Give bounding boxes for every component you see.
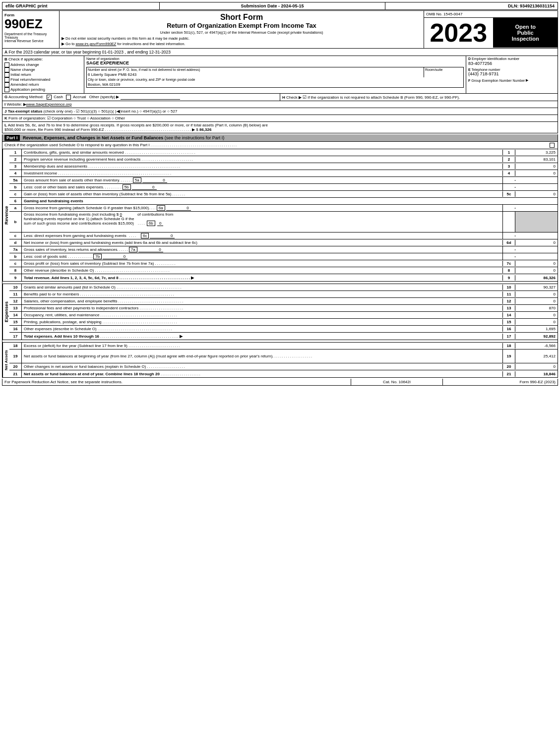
row18-label: Excess or (deficit) for the year (Subtra… bbox=[22, 343, 503, 349]
row21-num: 21 bbox=[9, 370, 22, 377]
row7c-label: Gross profit or (loss) from sales of inv… bbox=[22, 261, 503, 266]
row13-value: 870 bbox=[515, 305, 558, 311]
row14-linenum: 14 bbox=[503, 312, 515, 318]
row17-linenum: 17 bbox=[503, 334, 515, 339]
row18-num: 18 bbox=[9, 343, 22, 349]
application-pending-label: Application pending bbox=[10, 87, 45, 92]
row5b-num: b bbox=[9, 184, 22, 190]
accounting-label: Accounting Method: bbox=[8, 95, 44, 99]
row14-num: 14 bbox=[9, 312, 22, 318]
row6b-num: b bbox=[9, 212, 22, 232]
section-l-text1: Add lines 5b, 6c, and 7b to line 9 to de… bbox=[8, 123, 268, 127]
dln: DLN: 93492136031154 bbox=[385, 2, 558, 10]
omb-number: OMB No. 1545-0047 bbox=[424, 11, 558, 18]
part1-header: Part I bbox=[4, 135, 20, 141]
irs-url[interactable]: www.irs.gov/Form990EZ bbox=[76, 42, 117, 46]
address-value: 6 Liberty Square PMB 6243 bbox=[87, 72, 424, 77]
row5c-label: Gain or (loss) from sale of assets other… bbox=[22, 191, 503, 197]
form-subtitle: Under section 501(c), 527, or 4947(a)(1)… bbox=[62, 30, 422, 35]
form-number: 990EZ bbox=[4, 17, 57, 30]
website-url[interactable]: www.SageExperience.org bbox=[26, 102, 72, 107]
row13-label: Professional fees and other payments to … bbox=[22, 305, 503, 311]
section-l-value: 86,326 bbox=[199, 127, 211, 132]
row15-label: Printing, publications, postage, and shi… bbox=[22, 319, 503, 325]
section-f-label: F Group Exemption Number Number ▶ bbox=[468, 78, 556, 82]
address-label: Number and street (or P. O. box, if mail… bbox=[87, 67, 424, 72]
initial-return-checkbox[interactable]: Initial return bbox=[4, 72, 31, 77]
row9-num: 9 bbox=[9, 274, 22, 281]
row6b-value bbox=[515, 212, 558, 232]
row20-linenum: 20 bbox=[503, 364, 515, 369]
row9-linenum: 9 bbox=[503, 275, 515, 281]
row5b-label: Less: cost or other basis and sales expe… bbox=[22, 184, 503, 190]
row8-num: 8 bbox=[9, 267, 22, 274]
name-change-checkbox[interactable]: Name change bbox=[4, 67, 35, 72]
row21-linenum: 21 bbox=[503, 371, 515, 377]
treasury-label: Treasury bbox=[4, 36, 57, 39]
row19-label: Net assets or fund balances at beginning… bbox=[22, 349, 503, 363]
row16-label: Other expenses (describe in Schedule O) … bbox=[22, 326, 503, 332]
row1-value: 3,225 bbox=[515, 150, 558, 155]
row5c-linenum: 5c bbox=[503, 191, 515, 197]
row13-num: 13 bbox=[9, 305, 22, 311]
row5c-num: c bbox=[9, 191, 22, 197]
form-title1: Short Form bbox=[62, 13, 422, 22]
row7a-num: 7a bbox=[9, 246, 22, 253]
part1-check-text: Check if the organization used Schedule … bbox=[4, 143, 150, 147]
row2-num: 2 bbox=[9, 156, 22, 163]
row6a-label: Gross income from gaming (attach Schedul… bbox=[22, 205, 503, 211]
row16-linenum: 16 bbox=[503, 326, 515, 332]
row17-value: 92,892 bbox=[515, 334, 558, 339]
row3-label: Membership dues and assessments . . . . … bbox=[22, 164, 503, 169]
row9-label: Total revenue. Add lines 1, 2, 3, 4, 5c,… bbox=[22, 275, 503, 281]
row7a-label: Gross sales of inventory, less returns a… bbox=[22, 246, 503, 253]
instruction1: ▶ Do not enter social security numbers o… bbox=[62, 36, 422, 41]
footer-cat: Cat. No. 10642I bbox=[351, 379, 442, 386]
row8-linenum: 8 bbox=[503, 268, 515, 273]
row16-num: 16 bbox=[9, 326, 22, 332]
room-value bbox=[424, 72, 464, 77]
row16-value: 1,695 bbox=[515, 326, 558, 332]
final-return-label: Final return/terminated bbox=[10, 77, 50, 82]
section-k-text: Form of organization: ☑ Corporation ○ Tr… bbox=[8, 116, 125, 120]
section-l-dots: . . . . . . . . . . . . . . . . . . . . … bbox=[105, 128, 191, 131]
amended-return-checkbox[interactable]: Amended return bbox=[4, 82, 39, 87]
row11-linenum: 11 bbox=[503, 291, 515, 297]
row17-num: 17 bbox=[9, 333, 22, 340]
address-change-checkbox[interactable]: Address change bbox=[4, 62, 39, 67]
row12-linenum: 12 bbox=[503, 298, 515, 304]
row2-label: Program service revenue including govern… bbox=[22, 157, 503, 162]
application-pending-checkbox[interactable]: Application pending bbox=[4, 87, 45, 92]
form-title2: Return of Organization Exempt From Incom… bbox=[62, 22, 422, 29]
row17-label: Total expenses. Add lines 10 through 16 … bbox=[22, 334, 503, 339]
efile-label: efile GRAPHIC print bbox=[2, 2, 160, 10]
row21-label: Net assets or fund balances at end of ye… bbox=[22, 371, 503, 377]
row20-value: 0 bbox=[515, 364, 558, 369]
row2-linenum: 2 bbox=[503, 157, 515, 162]
row4-value: 0 bbox=[515, 171, 558, 176]
dept-label: Department of the Treasury bbox=[4, 32, 57, 36]
row1-linenum: 1 bbox=[503, 150, 515, 155]
city-value: Boston, MA 02109 bbox=[87, 82, 464, 88]
cash-checkbox[interactable]: Cash bbox=[47, 95, 63, 99]
part1-title: Revenue, Expenses, and Changes in Net As… bbox=[23, 135, 163, 140]
submission-date: Submission Date - 2024-05-15 bbox=[159, 2, 385, 10]
row2-value: 83,101 bbox=[515, 157, 558, 162]
footer-form-ref: Form 990-EZ (2023) bbox=[443, 379, 558, 386]
row7b-label: Less: cost of goods sold . . . . . . . .… bbox=[22, 253, 503, 260]
final-return-checkbox[interactable]: Final return/terminated bbox=[4, 77, 50, 82]
row6c-label: Less: direct expenses from gaming and fu… bbox=[22, 233, 503, 239]
other-specify: Other (specify) ▶ bbox=[89, 95, 120, 99]
row6a-linenum bbox=[503, 208, 515, 209]
row6c-linenum bbox=[503, 235, 515, 236]
accrual-checkbox[interactable]: Accrual bbox=[66, 95, 86, 99]
row20-num: 20 bbox=[9, 363, 22, 370]
row6d-num: d bbox=[9, 239, 22, 246]
row18-linenum: 18 bbox=[503, 343, 515, 349]
row12-value: 0 bbox=[515, 298, 558, 304]
section-h-text: if the organization is not required to a… bbox=[308, 95, 460, 100]
row6-label: Gaming and fundraising events bbox=[22, 198, 503, 204]
row15-num: 15 bbox=[9, 319, 22, 325]
row20-label: Other changes in net assets or fund bala… bbox=[22, 364, 503, 369]
section-e-label: E Telephone number bbox=[468, 68, 556, 71]
